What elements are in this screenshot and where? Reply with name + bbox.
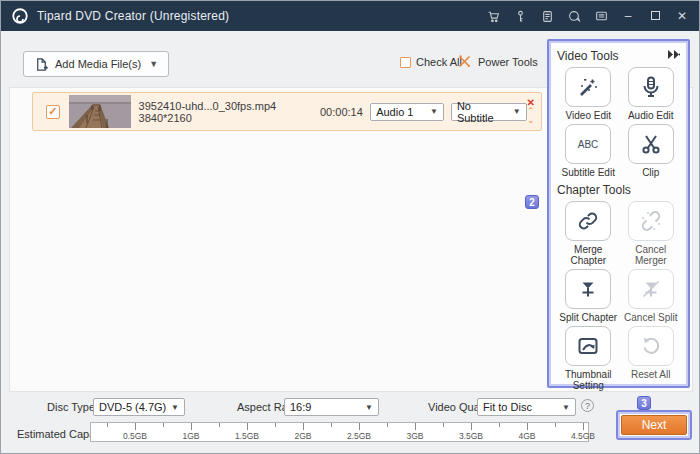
chevron-down-icon: ▼ [426, 107, 438, 116]
subtitle-edit-button[interactable]: ABC Subtitle Edit [557, 124, 620, 178]
capacity-row: Estimated Capacity: 0.5GB 1GB 1.5GB 2GB … [1, 422, 700, 444]
tool-label: Thumbnail Setting [557, 369, 620, 391]
check-all-toggle[interactable]: Check All [400, 56, 462, 68]
chevron-down-icon: ▼ [558, 403, 570, 412]
add-media-button[interactable]: Add Media File(s) ▼ [23, 51, 169, 77]
aspect-ratio-value: 16:9 [290, 401, 311, 413]
check-all-label: Check All [416, 56, 462, 68]
disc-type-dropdown[interactable]: DVD-5 (4.7G) ▼ [93, 398, 185, 416]
thumbnail-setting-button[interactable]: Thumbnail Setting [557, 326, 620, 391]
tool-label: Cancel Merger [620, 244, 683, 266]
magic-wand-icon [576, 75, 600, 99]
video-quality-value: Fit to Disc [483, 401, 532, 413]
scissors-icon [639, 132, 663, 156]
tool-label: Cancel Split [624, 312, 677, 323]
tick-label: 0.5GB [107, 431, 163, 441]
abc-icon: ABC [576, 132, 600, 156]
tool-label: Audio Edit [628, 110, 674, 121]
audio-track-value: Audio 1 [376, 106, 413, 118]
chevron-down-icon: ▼ [509, 107, 521, 116]
file-duration: 00:00:14 [320, 106, 370, 118]
titlebar: Tipard DVD Creator (Unregistered) – ✕ [1, 1, 699, 31]
add-media-label: Add Media File(s) [55, 58, 141, 70]
video-quality-dropdown[interactable]: Fit to Disc ▼ [477, 398, 576, 416]
capacity-bar: 0.5GB 1GB 1.5GB 2GB 2.5GB 3GB 3.5GB 4GB … [90, 422, 589, 442]
thumbnail-arrow-icon [576, 334, 600, 358]
microphone-icon [639, 75, 663, 99]
tick-label: 1.5GB [219, 431, 275, 441]
move-down-icon[interactable]: ⌄ [527, 116, 535, 125]
chevron-down-icon: ▼ [361, 403, 373, 412]
chain-link-icon [576, 209, 600, 233]
tool-label: Subtitle Edit [562, 167, 615, 178]
tools-panel: Video Tools Video Edit Audio Edit ABC Su… [547, 39, 690, 388]
video-tools-grid: Video Edit Audio Edit ABC Subtitle Edit … [557, 67, 682, 178]
chapter-tools-title: Chapter Tools [557, 183, 682, 197]
row-checkbox[interactable]: ✓ [46, 105, 60, 119]
file-name: 3952410-uhd...0_30fps.mp4 3840*2160 [139, 100, 320, 124]
tick-label: 3.5GB [443, 431, 499, 441]
reset-all-button: Reset All [620, 326, 683, 391]
clip-button[interactable]: Clip [620, 124, 683, 178]
cancel-merger-button: Cancel Merger [620, 201, 683, 266]
split-chapter-button[interactable]: Split Chapter [557, 269, 620, 323]
close-button[interactable]: ✕ [675, 9, 689, 23]
next-button[interactable]: Next [621, 415, 687, 435]
tool-label: Video Edit [566, 110, 611, 121]
power-tools-label: Power Tools [478, 56, 538, 68]
tick-label: 2.5GB [331, 431, 387, 441]
video-thumbnail [69, 95, 131, 128]
tool-label: Reset All [631, 369, 670, 380]
crossed-tools-icon [457, 54, 472, 69]
register-key-icon[interactable] [513, 9, 527, 23]
svg-text:ABC: ABC [578, 139, 599, 150]
subtitle-value: No Subtitle [457, 100, 509, 124]
merge-chapter-button[interactable]: Merge Chapter [557, 201, 620, 266]
power-tools-button[interactable]: Power Tools [457, 54, 538, 69]
video-edit-button[interactable]: Video Edit [557, 67, 620, 121]
disc-type-value: DVD-5 (4.7G) [99, 401, 166, 413]
next-button-annotation: Next [616, 410, 692, 440]
settings-row: Disc Type: DVD-5 (4.7G) ▼ Aspect Ratio: … [1, 397, 700, 419]
subtitle-dropdown[interactable]: No Subtitle ▼ [451, 103, 527, 121]
audio-edit-button[interactable]: Audio Edit [620, 67, 683, 121]
annotation-badge-2: 2 [525, 195, 539, 209]
reset-circle-icon [639, 334, 663, 358]
audio-track-dropdown[interactable]: Audio 1 ▼ [370, 103, 444, 121]
menu-icon[interactable] [594, 9, 608, 23]
app-window: Tipard DVD Creator (Unregistered) – ✕ [0, 0, 700, 454]
titlebar-icons: – ✕ [486, 9, 689, 23]
app-logo-icon [11, 7, 29, 25]
tick-label: 4GB [499, 431, 555, 441]
broken-link-icon [639, 209, 663, 233]
split-funnel-slash-icon [639, 277, 663, 301]
window-title: Tipard DVD Creator (Unregistered) [37, 9, 229, 23]
tick-label: 3GB [387, 431, 443, 441]
cancel-split-button: Cancel Split [620, 269, 683, 323]
check-all-checkbox[interactable] [400, 57, 411, 68]
tick-label: 1GB [163, 431, 219, 441]
capacity-tick-labels: 0.5GB 1GB 1.5GB 2GB 2.5GB 3GB 3.5GB 4GB … [107, 431, 611, 441]
add-file-icon [34, 57, 49, 72]
video-tools-title: Video Tools [557, 49, 682, 63]
tick-label: 4.5GB [555, 431, 611, 441]
tool-label: Clip [642, 167, 659, 178]
aspect-ratio-dropdown[interactable]: 16:9 ▼ [284, 398, 379, 416]
tool-label: Split Chapter [559, 312, 617, 323]
shopping-cart-icon[interactable] [486, 9, 500, 23]
help-icon[interactable]: ? [581, 399, 594, 412]
minimize-button[interactable]: – [621, 9, 635, 23]
disc-type-label: Disc Type: [47, 401, 98, 413]
feedback-icon[interactable] [567, 9, 581, 23]
tool-label: Merge Chapter [557, 244, 620, 266]
maximize-button[interactable] [648, 9, 662, 23]
split-funnel-icon [576, 277, 600, 301]
chevron-down-icon: ▼ [149, 59, 158, 69]
table-row[interactable]: ✓ 3952410-uhd...0_30fps.mp4 3840*2160 00… [32, 92, 542, 131]
collapse-panel-icon[interactable] [668, 49, 680, 61]
row-controls: ✕ ⌃ ⌄ [527, 98, 535, 125]
tick-label: 2GB [275, 431, 331, 441]
chevron-down-icon: ▼ [167, 403, 179, 412]
chapter-tools-grid: Merge Chapter Cancel Merger Split Chapte… [557, 201, 682, 391]
log-icon[interactable] [540, 9, 554, 23]
